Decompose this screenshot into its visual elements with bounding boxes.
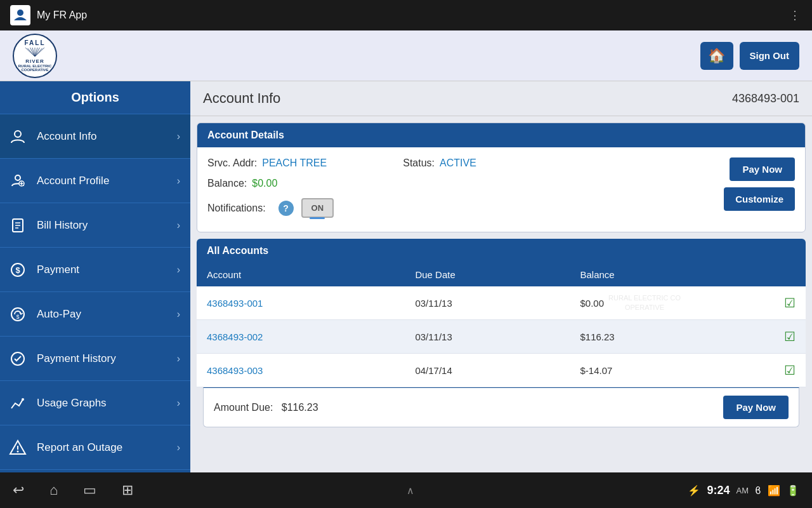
balance-value: $0.00 — [252, 178, 277, 189]
due-date-2: 03/11/13 — [405, 320, 570, 354]
svg-text:$: $ — [16, 314, 19, 320]
balance-label: Balance: — [207, 178, 247, 189]
account-details-card: Account Details Srvc. Addr: PEACH TREE S… — [197, 123, 806, 232]
caret-up-icon[interactable]: ∧ — [407, 485, 414, 497]
balance-3: $-14.07 — [570, 354, 719, 387]
pay-now-button-top[interactable]: Pay Now — [730, 157, 795, 181]
sidebar-item-auto-pay[interactable]: $ Auto-Pay › — [0, 292, 190, 337]
logo-area: FALL RIVER RURAL ELECTRIC COOPERATIVE — [13, 34, 57, 78]
account-profile-icon — [8, 171, 28, 191]
checkbox-2[interactable]: ☑ — [719, 320, 806, 354]
wifi-icon: 📶 — [768, 485, 780, 497]
status-bar-left: My FR App — [10, 5, 87, 25]
account-id-1[interactable]: 4368493-001 — [197, 286, 405, 320]
back-icon[interactable]: ↩ — [13, 482, 24, 498]
sidebar-arrow-bill-history: › — [177, 220, 180, 231]
account-details-body: Srvc. Addr: PEACH TREE Status: ACTIVE Ba… — [197, 147, 805, 232]
auto-pay-icon: $ — [8, 304, 28, 324]
due-date-1: 03/11/13 — [405, 286, 570, 320]
status-bar: My FR App ⋮ — [0, 0, 812, 30]
battery-icon: 🔋 — [787, 485, 799, 497]
sidebar-item-bill-history[interactable]: Bill History › — [0, 203, 190, 248]
sidebar: Options Account Info › — [0, 81, 190, 472]
notifications-row: Notifications: ? ON — [207, 198, 476, 218]
sidebar-item-account-info[interactable]: Account Info › — [0, 114, 190, 159]
account-id-2[interactable]: 4368493-002 — [197, 320, 405, 354]
balance-1: $0.00 RURAL ELECTRIC COOPERATIVE — [570, 286, 719, 320]
srvc-addr-value: PEACH TREE — [262, 157, 327, 169]
sidebar-title: Options — [0, 81, 190, 114]
due-date-3: 04/17/14 — [405, 354, 570, 387]
header: FALL RIVER RURAL ELECTRIC COOPERATIVE — [0, 30, 812, 81]
check-icon-1: ☑ — [784, 296, 796, 310]
all-accounts-header: All Accounts — [197, 239, 806, 263]
payment-history-icon — [8, 349, 28, 369]
sidebar-arrow-payment-history: › — [177, 353, 180, 364]
svg-point-24 — [22, 398, 24, 401]
content-title: Account Info — [203, 90, 280, 107]
status-value: ACTIVE — [440, 157, 476, 169]
watermark: RURAL ELECTRIC COOPERATIVE — [608, 293, 681, 313]
home-button[interactable]: 🏠 — [700, 42, 733, 70]
sidebar-label-payment-history: Payment History — [37, 352, 116, 365]
sidebar-item-report-outage[interactable]: Report an Outage › — [0, 425, 190, 470]
usage-graphs-icon — [8, 393, 28, 413]
signout-button[interactable]: Sign Out — [740, 42, 800, 70]
table-row: 4368493-001 03/11/13 $0.00 RURAL ELECTRI… — [197, 286, 806, 320]
sidebar-label-account-profile: Account Profile — [37, 175, 109, 187]
amount-due-text: Amount Due: $116.23 — [214, 402, 318, 413]
app-icon — [10, 5, 30, 25]
checkbox-3[interactable]: ☑ — [719, 354, 806, 387]
content-area: Account Info 4368493-001 Account Details… — [190, 81, 812, 472]
checkbox-1[interactable]: ☑ — [719, 286, 806, 320]
sidebar-label-payment: Payment — [37, 264, 79, 276]
account-info-icon — [8, 126, 28, 147]
pay-now-button-bottom[interactable]: Pay Now — [723, 396, 789, 419]
header-buttons: 🏠 Sign Out — [700, 42, 800, 70]
sidebar-label-report-outage: Report an Outage — [37, 441, 122, 454]
sidebar-label-usage-graphs: Usage Graphs — [37, 397, 107, 410]
col-check — [719, 263, 806, 286]
bill-history-icon — [8, 215, 28, 236]
sidebar-item-usage-graphs[interactable]: Usage Graphs › — [0, 381, 190, 425]
logo-sub: RURAL ELECTRIC COOPERATIVE — [14, 64, 56, 72]
sidebar-item-account-profile[interactable]: Account Profile › — [0, 159, 190, 203]
accounts-table: Account Due Date Balance 4368493-001 03/… — [197, 263, 806, 387]
content-header: Account Info 4368493-001 — [190, 81, 812, 116]
main-layout: Options Account Info › — [0, 81, 812, 472]
sidebar-item-payment[interactable]: $ Payment › — [0, 248, 190, 292]
footer-status: ⚡ 9:24 AM ϐ 📶 🔋 — [688, 484, 799, 497]
logo-text-fall: FALL — [25, 39, 46, 46]
check-icon-2: ☑ — [784, 330, 796, 344]
content-account-number: 4368493-001 — [732, 92, 799, 105]
col-account: Account — [197, 263, 405, 286]
logo-text-river: RIVER — [25, 58, 44, 64]
sidebar-arrow-report-outage: › — [177, 442, 180, 453]
sidebar-arrow-account-info: › — [177, 131, 180, 142]
logo-sun-graphic — [25, 48, 44, 57]
table-row: 4368493-002 03/11/13 $116.23 ☑ — [197, 320, 806, 354]
customize-button[interactable]: Customize — [724, 187, 795, 211]
sidebar-arrow-payment: › — [177, 264, 180, 276]
recents-icon[interactable]: ▭ — [83, 482, 96, 498]
account-details-header: Account Details — [197, 123, 805, 147]
bluetooth-icon: ϐ — [755, 485, 761, 497]
sidebar-arrow-auto-pay: › — [177, 309, 180, 320]
footer-nav: ↩ ⌂ ▭ ⊞ — [13, 482, 133, 498]
account-id-3[interactable]: 4368493-003 — [197, 354, 405, 387]
screenshot-icon[interactable]: ⊞ — [122, 482, 133, 498]
svg-text:$: $ — [15, 265, 20, 275]
status-label: Status: — [403, 157, 435, 169]
more-options-icon[interactable]: ⋮ — [789, 8, 802, 22]
footer-nav-bar: ↩ ⌂ ▭ ⊞ ∧ ⚡ 9:24 AM ϐ 📶 🔋 — [0, 472, 812, 508]
report-outage-icon — [8, 438, 28, 458]
sidebar-item-payment-history[interactable]: Payment History › — [0, 337, 190, 381]
home-nav-icon[interactable]: ⌂ — [49, 482, 58, 498]
help-icon[interactable]: ? — [278, 201, 294, 216]
footer-time: 9:24 — [707, 484, 730, 497]
notifications-toggle[interactable]: ON — [301, 198, 334, 218]
sidebar-label-auto-pay: Auto-Pay — [37, 308, 81, 321]
all-accounts-container: All Accounts Account Due Date Balance 43… — [197, 239, 806, 427]
col-due-date: Due Date — [405, 263, 570, 286]
svg-point-26 — [17, 450, 19, 452]
